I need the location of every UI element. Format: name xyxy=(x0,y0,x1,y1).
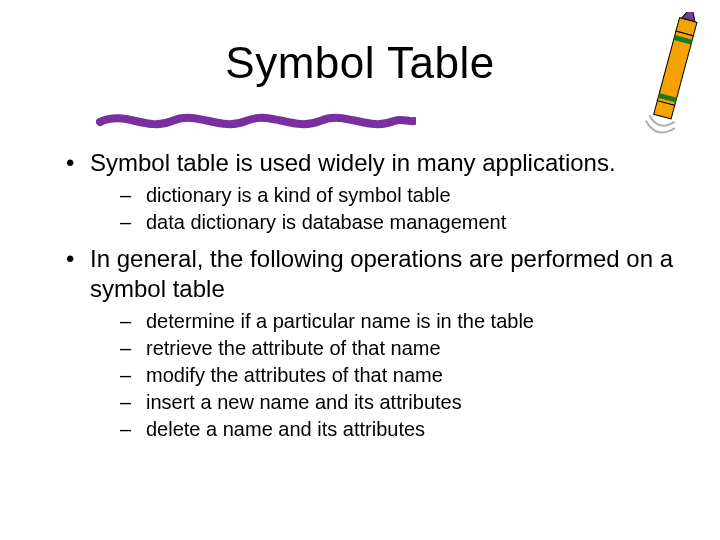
crayon-icon xyxy=(638,12,708,142)
title-underline-icon xyxy=(96,108,416,134)
list-item: insert a new name and its attributes xyxy=(90,389,680,416)
bullet-text: Symbol table is used widely in many appl… xyxy=(90,149,616,176)
list-item: In general, the following operations are… xyxy=(60,244,680,443)
sub-bullet-text: data dictionary is database management xyxy=(146,211,506,233)
list-item: Symbol table is used widely in many appl… xyxy=(60,148,680,236)
slide: Symbol Table Symbol table is used widely… xyxy=(0,0,720,540)
bullet-list: Symbol table is used widely in many appl… xyxy=(60,148,680,443)
list-item: delete a name and its attributes xyxy=(90,416,680,443)
sub-bullet-text: delete a name and its attributes xyxy=(146,418,425,440)
list-item: data dictionary is database management xyxy=(90,209,680,236)
wavy-stroke xyxy=(100,118,414,124)
list-item: determine if a particular name is in the… xyxy=(90,308,680,335)
slide-title: Symbol Table xyxy=(0,38,720,88)
sub-bullet-text: insert a new name and its attributes xyxy=(146,391,462,413)
slide-content: Symbol table is used widely in many appl… xyxy=(60,148,680,451)
list-item: retrieve the attribute of that name xyxy=(90,335,680,362)
bullet-text: In general, the following operations are… xyxy=(90,245,673,302)
sub-bullet-text: dictionary is a kind of symbol table xyxy=(146,184,451,206)
sub-bullet-list: dictionary is a kind of symbol table dat… xyxy=(90,182,680,236)
sub-bullet-list: determine if a particular name is in the… xyxy=(90,308,680,443)
sub-bullet-text: retrieve the attribute of that name xyxy=(146,337,441,359)
sub-bullet-text: modify the attributes of that name xyxy=(146,364,443,386)
list-item: dictionary is a kind of symbol table xyxy=(90,182,680,209)
sub-bullet-text: determine if a particular name is in the… xyxy=(146,310,534,332)
list-item: modify the attributes of that name xyxy=(90,362,680,389)
